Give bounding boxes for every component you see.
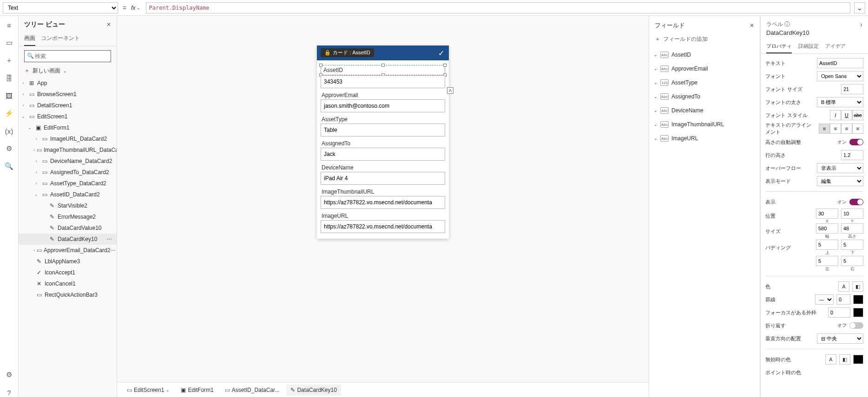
input-devicename[interactable] [321,172,445,185]
input-imgthumb[interactable] [321,196,445,209]
prop-fontsize[interactable] [841,84,863,94]
tree-search-input[interactable] [24,50,111,62]
tab-ideas[interactable]: アイデア [825,40,846,53]
crumb-assetcard[interactable]: ▭AssetID_DataCar... [221,384,284,396]
tree-item-detail[interactable]: ›▭DetailScreen1 [19,100,117,111]
info-icon[interactable]: ⓘ [784,21,790,27]
prop-align[interactable]: ≡≡≡≡ [819,124,863,134]
powerfx-icon[interactable]: ⚡ [5,109,14,118]
prop-overflow[interactable]: 非表示 [817,163,863,173]
variables-icon[interactable]: (x) [5,126,14,136]
tree-icon[interactable]: ▭ [5,38,14,47]
tree-item-approveremail[interactable]: ›▭ApproverEmail_DataCard2⋯ [19,245,117,256]
prop-lineheight[interactable] [841,150,863,160]
prop-disabled-border[interactable] [853,355,863,364]
close-icon[interactable]: ✕ [106,21,111,28]
new-screen-button[interactable]: ＋ 新しい画面 ⌄ [24,67,111,75]
field-item-assettype[interactable]: ⌄123AssetType [649,76,760,90]
insert-icon[interactable]: ＋ [5,56,14,65]
settings-icon[interactable]: ⚙ [5,370,14,379]
formula-expand-button[interactable]: ⌄ [854,2,865,13]
crumb-datacardkey[interactable]: ✎DataCardKey10 [286,384,341,396]
tools-icon[interactable]: ⚙ [5,144,14,153]
tree-item-assetid[interactable]: ⌄▭AssetID_DataCard2 [19,189,117,200]
formula-input[interactable] [146,2,850,13]
more-icon[interactable]: ⋯ [110,247,116,254]
tree-item-datacardkey[interactable]: ✎DataCardKey10⋯ [19,234,117,245]
tree-item-datacardvalue[interactable]: ✎DataCardValue10 [19,222,117,234]
add-field-button[interactable]: ＋ フィールドの追加 [649,33,760,48]
field-item-imgurl[interactable]: ⌄AbcImageURL [649,131,760,145]
tree-item-iconcancel[interactable]: ✕IconCancel1 [19,278,117,289]
prop-text[interactable] [817,58,863,68]
field-item-assignedto[interactable]: ⌄AbcAssignedTo [649,90,760,104]
prop-style[interactable]: IUabc [830,110,863,120]
data-icon[interactable]: 🗄 [5,73,14,83]
tree-item-errormsg[interactable]: ✎ErrorMessage2 [19,211,117,222]
prop-color-fill[interactable]: ◧ [852,281,863,292]
tree-item-lblappname[interactable]: ✎LblAppName3 [19,256,117,267]
prop-disabled-fill[interactable]: ◧ [839,354,850,364]
property-select[interactable]: Text [3,2,118,13]
tree-item-devicename[interactable]: ›▭DeviceName_DataCard2 [19,156,117,167]
prop-width[interactable] [816,223,838,234]
tree-item-editform[interactable]: ⌄▣EditForm1 [19,122,117,133]
tree-item-assettype[interactable]: ›▭AssetType_DataCard2 [19,178,117,189]
tree-item-app[interactable]: ›⊞App [19,78,117,89]
prop-pad-t[interactable] [816,240,838,250]
tab-components[interactable]: コンポーネント [41,32,80,46]
crumb-editform[interactable]: ▣EditForm1 [177,384,217,396]
tree-item-rectquick[interactable]: ▭RectQuickActionBar3 [19,289,117,300]
input-approveremail[interactable] [321,99,445,112]
selected-label-assetid[interactable]: AssetID [321,65,445,75]
more-icon[interactable]: ⋯ [106,236,112,242]
input-assignedto[interactable] [321,148,445,161]
prop-weight[interactable]: B 標準 [817,97,863,107]
prop-pad-r[interactable] [841,256,863,266]
tree-item-assignedto[interactable]: ›▭AssignedTo_DataCard2 [19,167,117,178]
tree-item-imgthumb[interactable]: ›▭ImageThumbnailURL_DataCard2 [19,144,117,156]
help-icon[interactable]: ? [5,388,14,397]
prop-valign[interactable]: ⊟ 中央 [817,333,863,344]
tab-screens[interactable]: 画面 [24,32,35,46]
prop-y[interactable] [841,208,863,219]
field-item-approveremail[interactable]: ⌄AbcApproverEmail [649,62,760,76]
tab-advanced[interactable]: 詳細設定 [798,40,819,53]
search-icon[interactable]: 🔍 [5,162,14,171]
prop-wrap-toggle[interactable] [849,322,863,329]
prop-focus-width[interactable] [828,307,850,318]
prop-pad-b[interactable] [841,240,863,250]
input-assettype[interactable] [321,124,445,137]
media-icon[interactable]: 🖼 [5,91,14,100]
prop-pad-l[interactable] [816,256,838,266]
crumb-editscreen[interactable]: ▭EditScreen1⌄ [123,384,174,396]
tree-item-browse[interactable]: ›▭BrowseScreen1 [19,89,117,100]
prop-autoheight-toggle[interactable] [849,139,863,145]
prop-x[interactable] [816,208,838,219]
field-item-assetid[interactable]: ⌄AbcAssetID⋯ [649,48,760,62]
tab-properties[interactable]: プロパティ [766,40,792,53]
close-icon[interactable]: ✕ [750,22,754,29]
input-assetid[interactable] [321,75,445,88]
prop-border-style[interactable]: — [815,294,834,305]
prop-height[interactable] [841,223,863,234]
tree-item-edit[interactable]: ⌄▭EditScreen1 [19,111,117,122]
tree-item-imgurl[interactable]: ›▭ImageURL_DataCard2 [19,133,117,144]
prop-color-text[interactable]: A [838,281,849,292]
input-imgurl[interactable] [321,220,445,233]
prop-disabled-text[interactable]: A [825,354,836,364]
field-item-imgthumb[interactable]: ⌄AbcImageThumbnailURL [649,117,760,131]
chevron-right-icon[interactable]: › [860,21,862,28]
prop-visible-toggle[interactable] [849,199,863,205]
canvas[interactable]: 🔒カード : AssetID ✓ AssetID A ApproverEmail [117,16,649,382]
prop-border-width[interactable] [836,294,850,305]
tree-item-iconaccept[interactable]: ✓IconAccept1 [19,267,117,278]
check-icon[interactable]: ✓ [438,49,444,58]
prop-font[interactable]: Open Sans [817,71,863,81]
hamburger-icon[interactable]: ≡ [5,20,14,30]
field-item-devicename[interactable]: ⌄AbcDeviceName [649,104,760,117]
tree-item-starvisible[interactable]: ✎StarVisible2 [19,200,117,211]
prop-focus-color[interactable] [853,308,863,317]
fx-icon[interactable]: fx⌄ [131,5,142,11]
prop-border-color[interactable] [853,295,863,304]
